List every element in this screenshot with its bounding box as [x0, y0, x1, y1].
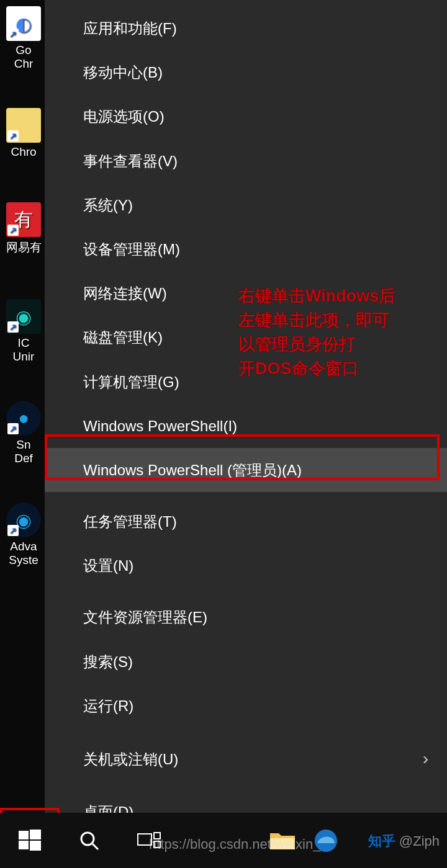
shortcut-arrow-icon: ↗	[7, 29, 19, 40]
menu-run[interactable]: 运行(R)	[45, 684, 447, 728]
menu-item-label: 电源选项(O)	[83, 107, 165, 126]
winx-context-menu: 应用和功能(F) 移动中心(B) 电源选项(O) 事件查看器(V) 系统(Y) …	[45, 0, 447, 813]
menu-item-label: 移动中心(B)	[83, 63, 163, 82]
menu-item-label: 搜索(S)	[83, 652, 133, 671]
svg-rect-2	[19, 841, 29, 849]
zhihu-user: @Ziph	[399, 833, 440, 849]
menu-powershell-admin[interactable]: Windows PowerShell (管理员)(A)	[45, 448, 447, 492]
menu-item-label: 计算机管理(G)	[83, 372, 179, 391]
menu-item-label: 系统(Y)	[83, 195, 133, 215]
svg-rect-1	[30, 830, 41, 839]
desktop-icon-label: Sn Def	[14, 438, 33, 465]
menu-task-manager[interactable]: 任务管理器(T)	[45, 499, 447, 544]
menu-apps-features[interactable]: 应用和功能(F)	[45, 6, 447, 50]
svg-rect-0	[19, 831, 29, 839]
zhihu-attribution: 知乎 @Ziph	[368, 832, 440, 851]
windows-logo-icon	[17, 828, 42, 853]
menu-system[interactable]: 系统(Y)	[45, 183, 447, 227]
shortcut-arrow-icon: ↗	[7, 321, 19, 333]
menu-search[interactable]: 搜索(S)	[45, 640, 447, 684]
desktop-icon-label: IC Unir	[13, 336, 35, 364]
menu-power-options[interactable]: 电源选项(O)	[45, 94, 447, 138]
csdn-watermark: https://blog.csdn.net/weixin_	[149, 836, 320, 852]
menu-item-label: Windows PowerShell (管理员)(A)	[83, 460, 302, 480]
desktop-icons-column: ◐ ↗ Go Chr ↗ Chro 有 ↗ 网易有 ◉ ↗ IC Unir ● …	[0, 0, 50, 813]
search-icon	[78, 830, 101, 852]
menu-event-viewer[interactable]: 事件查看器(V)	[45, 139, 447, 183]
menu-item-label: 关机或注销(U)	[83, 749, 178, 769]
menu-item-label: 网络连接(W)	[83, 284, 167, 303]
desktop-icon-advancedsystemcare[interactable]: ◉ ↗ Adva Syste	[0, 503, 47, 567]
taskbar-search[interactable]	[60, 813, 119, 868]
menu-item-label: 应用和功能(F)	[83, 19, 177, 38]
folder-icon: ↗	[6, 108, 41, 143]
desktop-icon-label: Go Chr	[14, 43, 34, 71]
menu-item-label: 事件查看器(V)	[83, 151, 178, 171]
iobit-icon: ◉ ↗	[6, 299, 41, 334]
menu-item-label: 任务管理器(T)	[83, 512, 177, 531]
svg-point-4	[81, 833, 94, 845]
desktop-icon-iobit[interactable]: ◉ ↗ IC Unir	[0, 299, 47, 364]
shortcut-arrow-icon: ↗	[7, 423, 19, 434]
desktop-icon-label: 网易有	[6, 239, 42, 256]
asc-icon: ◉ ↗	[6, 503, 41, 537]
svg-rect-3	[30, 841, 41, 851]
menu-item-label: 设备管理器(M)	[83, 239, 180, 259]
desktop-icon-smartdefrag[interactable]: ● ↗ Sn Def	[0, 401, 47, 465]
desktop-icon-chrome[interactable]: ◐ ↗ Go Chr	[0, 6, 47, 71]
menu-item-label: 文件资源管理器(E)	[83, 607, 207, 627]
menu-shutdown-signout[interactable]: 关机或注销(U) ›	[45, 735, 447, 782]
menu-computer-management[interactable]: 计算机管理(G)	[45, 360, 447, 404]
chrome-icon: ◐ ↗	[6, 6, 41, 41]
menu-mobility-center[interactable]: 移动中心(B)	[45, 50, 447, 94]
zhihu-label: 知乎	[368, 833, 395, 849]
shortcut-arrow-icon: ↗	[7, 130, 19, 141]
svg-line-5	[93, 844, 98, 849]
desktop-icon-youdao[interactable]: 有 ↗ 网易有	[0, 202, 47, 256]
menu-disk-management[interactable]: 磁盘管理(K)	[45, 315, 447, 359]
shortcut-arrow-icon: ↗	[7, 525, 19, 536]
menu-item-label: 运行(R)	[83, 696, 133, 715]
start-button[interactable]	[0, 813, 60, 868]
menu-powershell[interactable]: Windows PowerShell(I)	[45, 404, 447, 448]
menu-device-manager[interactable]: 设备管理器(M)	[45, 227, 447, 271]
shortcut-arrow-icon: ↗	[7, 225, 19, 236]
desktop-icon-folder[interactable]: ↗ Chro	[0, 108, 47, 159]
desktop-icon-label: Chro	[11, 145, 36, 159]
youdao-icon: 有 ↗	[6, 202, 41, 237]
chevron-right-icon: ›	[423, 748, 428, 770]
menu-item-label: 磁盘管理(K)	[83, 328, 163, 347]
desktop-icon-label: Adva Syste	[9, 540, 38, 567]
menu-item-label: 设置(N)	[83, 556, 133, 575]
smartdefrag-icon: ● ↗	[6, 401, 41, 436]
menu-file-explorer[interactable]: 文件资源管理器(E)	[45, 595, 447, 639]
menu-item-label: Windows PowerShell(I)	[83, 416, 237, 436]
menu-network-connections[interactable]: 网络连接(W)	[45, 271, 447, 315]
menu-settings[interactable]: 设置(N)	[45, 544, 447, 588]
